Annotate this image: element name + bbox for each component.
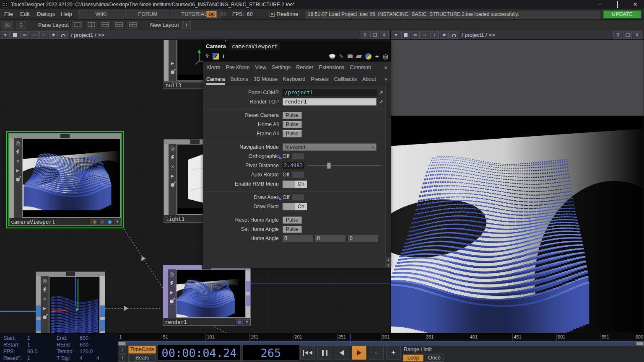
lock-arrow-icon[interactable]: ► — [41, 305, 49, 311]
out-connector[interactable] — [100, 305, 105, 317]
tab-3d-mouse[interactable]: 3D Mouse — [254, 73, 278, 85]
start-value[interactable]: 1 — [27, 335, 30, 341]
pivot-distance-value[interactable]: 2.4983 — [283, 162, 304, 169]
anchor-button[interactable] — [16, 21, 26, 29]
render-viewport[interactable] — [391, 40, 644, 333]
python-icon[interactable] — [365, 53, 371, 59]
bypass-flag-icon[interactable]: × — [14, 158, 22, 164]
tab-buttons[interactable]: Buttons — [230, 73, 248, 85]
orthographic-toggle[interactable] — [292, 153, 304, 160]
display-flag-icon[interactable]: ◎ — [168, 271, 176, 277]
bomb-icon[interactable] — [168, 299, 176, 305]
range-end-handle[interactable] — [636, 342, 644, 346]
comment-icon[interactable] — [348, 54, 353, 58]
pause-button[interactable] — [317, 346, 332, 360]
flag-purple[interactable] — [99, 219, 106, 225]
loop-button[interactable]: Loop — [403, 354, 423, 362]
jump-to-start-button[interactable] — [300, 346, 315, 360]
menu-file[interactable]: File — [4, 11, 13, 17]
tab-render[interactable]: Render — [296, 62, 313, 73]
stop-button[interactable] — [401, 31, 410, 39]
tab-presets[interactable]: Presets — [311, 73, 328, 85]
node-out-connectors[interactable] — [246, 269, 250, 318]
bookmark-button[interactable]: ★ — [49, 31, 58, 39]
draw-pivot-toggle[interactable] — [283, 203, 295, 210]
bomb-icon[interactable] — [41, 315, 49, 321]
tempo-value[interactable]: 120.0 — [80, 349, 93, 354]
lock-arrow-icon[interactable]: ► — [169, 173, 177, 179]
bookmark-button[interactable]: ★ — [440, 31, 449, 39]
update-button[interactable]: UPDATE — [603, 10, 641, 18]
layout-hsplit-button[interactable] — [100, 21, 110, 29]
breadcrumb[interactable]: / project1 / >> — [71, 32, 104, 38]
tsig-a-value[interactable]: 4 — [80, 355, 83, 361]
tab-keyboard[interactable]: Keyboard — [283, 73, 306, 85]
node-geometry[interactable]: ◎ × ► — [36, 272, 105, 333]
jump-to-operator-icon[interactable]: ↗ — [379, 99, 383, 105]
timeline-settings[interactable]: Start: 1 End: 600 RStart: 1 REnd: 600 FP… — [0, 334, 118, 362]
node-render1[interactable]: ◎ ► render1 ✦ — [163, 265, 251, 326]
reset-home-angle-pulse-button[interactable]: Pulse — [283, 217, 302, 224]
bomb-icon[interactable] — [14, 177, 22, 183]
slash-option-button[interactable]: / — [119, 346, 126, 354]
network-overlay-button[interactable] — [59, 31, 68, 39]
render-flag-icon[interactable] — [41, 287, 49, 293]
pane-maximize-button[interactable] — [370, 31, 379, 39]
realtime-checkbox[interactable]: ✕ — [270, 12, 275, 17]
node-in-connectors[interactable] — [36, 276, 41, 333]
pivot-distance-slider[interactable] — [308, 162, 382, 169]
once-button[interactable]: Once — [425, 354, 444, 362]
tabs-overflow-icon[interactable]: » — [384, 64, 387, 70]
navigation-mode-dropdown[interactable]: Viewport ▾ — [283, 143, 377, 151]
tab-about[interactable]: About — [362, 73, 376, 85]
stop-button[interactable] — [10, 31, 19, 39]
tab-pre-xform[interactable]: Pre-Xform — [226, 62, 249, 73]
display-flag-icon[interactable]: ◎ — [41, 278, 49, 284]
step-back-button[interactable]: - — [369, 346, 384, 360]
tabs-overflow-icon[interactable]: » — [384, 76, 387, 82]
jump-to-operator-icon[interactable]: ↗ — [379, 90, 383, 96]
add-parameter-icon[interactable]: + — [375, 53, 379, 60]
layout-vsplit-button[interactable] — [86, 21, 96, 29]
maximize-button[interactable] — [615, 1, 621, 8]
bypass-flag-icon[interactable]: × — [41, 296, 49, 302]
layout-single-button[interactable] — [72, 21, 83, 29]
enable-rmb-value[interactable]: On — [295, 181, 307, 188]
wiki-button[interactable]: WIKI — [78, 10, 124, 18]
home-all-pulse-button[interactable]: Pulse — [283, 121, 302, 128]
lock-arrow-icon[interactable]: ► — [169, 60, 177, 66]
flag-olive[interactable] — [91, 219, 98, 225]
reset-camera-pulse-button[interactable]: Pulse — [283, 112, 302, 119]
pane-menu-button[interactable]: ▾ — [1, 31, 10, 39]
realtime-toggle[interactable]: ✕ Realtime — [270, 11, 298, 17]
network-overlay-button[interactable] — [449, 31, 458, 39]
bomb-icon[interactable] — [169, 182, 177, 188]
node-out-connectors[interactable] — [100, 276, 105, 333]
draw-pivot-value[interactable]: On — [295, 203, 307, 210]
render-3d-view[interactable] — [391, 116, 644, 333]
lock-arrow-icon[interactable]: ► — [14, 168, 22, 173]
node-viewer[interactable] — [176, 269, 246, 318]
viewer-window-button[interactable] — [3, 21, 13, 29]
independent-option-button[interactable]: I — [119, 354, 126, 362]
node-options-star[interactable]: ✦ — [114, 219, 121, 225]
render-flag-icon[interactable] — [169, 155, 177, 160]
pencil-icon[interactable]: ✎ — [339, 53, 344, 59]
fps-value[interactable]: 60.0 — [27, 349, 37, 354]
menu-edit[interactable]: Edit — [20, 11, 29, 17]
info-icon[interactable]: i — [223, 53, 224, 59]
resetf-value[interactable]: 1 — [27, 355, 30, 361]
render-top-input[interactable]: render1 — [283, 98, 377, 106]
back-button[interactable]: ⇦ — [411, 31, 420, 39]
tsig-b-value[interactable]: 4 — [96, 355, 99, 361]
layout-threepane-button[interactable] — [114, 21, 124, 29]
out-connector[interactable] — [246, 295, 250, 306]
menu-help[interactable]: Help — [61, 11, 72, 17]
close-button[interactable]: ✕ — [632, 1, 638, 8]
operator-name-field[interactable]: cameraViewport — [229, 43, 280, 50]
home-angle-x-field[interactable]: 0 — [283, 235, 313, 242]
in-connector[interactable] — [36, 305, 41, 317]
in-connector[interactable] — [36, 320, 41, 331]
layout-quad-button[interactable] — [127, 21, 138, 29]
tab-common[interactable]: Common — [350, 62, 371, 73]
